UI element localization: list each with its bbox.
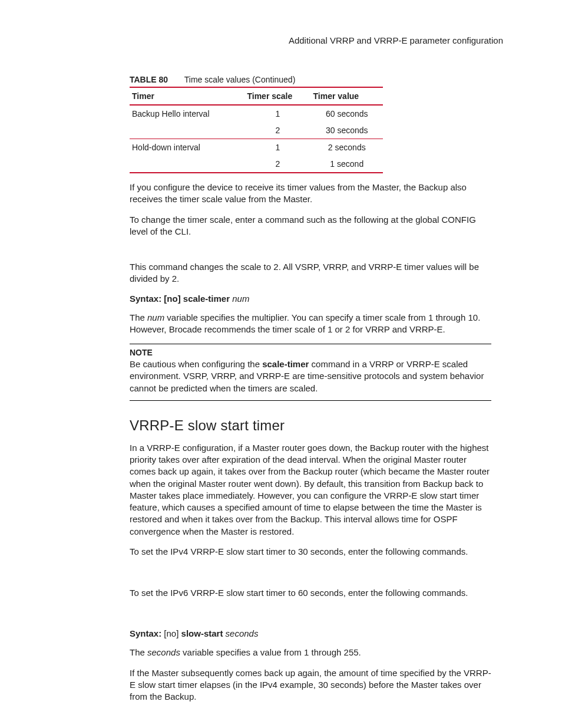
note-body: Be cautious when configuring the scale-t… xyxy=(130,358,491,394)
syntax-no: [no] xyxy=(164,628,181,638)
syntax-arg: num xyxy=(232,294,249,304)
paragraph: To change the timer scale, enter a comma… xyxy=(130,214,491,238)
syntax-prefix: Syntax: xyxy=(130,628,164,638)
table-label: TABLE 80 xyxy=(130,75,168,84)
running-header: Additional VRRP and VRRP-E parameter con… xyxy=(35,35,527,45)
text: The xyxy=(130,312,147,322)
syntax-line: Syntax: [no] slow-start seconds xyxy=(130,628,491,638)
paragraph: To set the IPv4 VRRP-E slow start timer … xyxy=(130,546,491,558)
note-block: NOTE Be cautious when configuring the sc… xyxy=(130,344,491,401)
cell-value: 2 seconds xyxy=(311,139,383,156)
table-row: Hold-down interval 1 2 seconds xyxy=(130,139,383,156)
table-row: 2 30 seconds xyxy=(130,122,383,139)
paragraph: The num variable specifies the multiplie… xyxy=(130,312,491,336)
section-heading: VRRP-E slow start timer xyxy=(130,417,491,434)
time-scale-table: Timer Timer scale Timer value Backup Hel… xyxy=(130,87,383,173)
text-italic: seconds xyxy=(147,647,180,657)
text-bold: scale-timer xyxy=(262,359,309,369)
text: The xyxy=(130,647,147,657)
table-row: Backup Hello interval 1 60 seconds xyxy=(130,105,383,122)
cell-timer xyxy=(130,122,244,139)
syntax-cmd: slow-start xyxy=(181,628,226,638)
text: Be cautious when configuring the xyxy=(130,359,262,369)
cell-value: 30 seconds xyxy=(311,122,383,139)
paragraph: If the Master subsequently comes back up… xyxy=(130,667,491,703)
syntax-arg: seconds xyxy=(226,628,259,638)
th-scale: Timer scale xyxy=(244,87,310,105)
table-title: Time scale values (Continued) xyxy=(184,75,296,84)
syntax-line: Syntax: [no] scale-timer num xyxy=(130,294,491,304)
paragraph: If you configure the device to receive i… xyxy=(130,182,491,206)
cell-timer xyxy=(130,156,244,173)
paragraph: In a VRRP-E configuration, if a Master r… xyxy=(130,442,491,538)
cell-scale: 1 xyxy=(244,105,310,122)
text-italic: num xyxy=(147,312,164,322)
text: variable specifies a value from 1 throug… xyxy=(180,647,361,657)
text: variable specifies the multiplier. You c… xyxy=(130,312,480,334)
syntax-label: Syntax: [no] scale-timer xyxy=(130,294,232,304)
table-row: 2 1 second xyxy=(130,156,383,173)
cell-scale: 2 xyxy=(244,122,310,139)
th-timer: Timer xyxy=(130,87,244,105)
cell-value: 60 seconds xyxy=(311,105,383,122)
paragraph: The seconds variable specifies a value f… xyxy=(130,647,491,658)
cell-timer: Hold-down interval xyxy=(130,139,244,156)
table-header-row: Timer Timer scale Timer value xyxy=(130,87,383,105)
cell-scale: 1 xyxy=(244,139,310,156)
main-content: TABLE 80 Time scale values (Continued) T… xyxy=(130,75,491,703)
note-label: NOTE xyxy=(130,348,491,357)
th-value: Timer value xyxy=(311,87,383,105)
document-page: Additional VRRP and VRRP-E parameter con… xyxy=(0,0,562,728)
cell-scale: 2 xyxy=(244,156,310,173)
cell-value: 1 second xyxy=(311,156,383,173)
cell-timer: Backup Hello interval xyxy=(130,105,244,122)
paragraph: To set the IPv6 VRRP-E slow start timer … xyxy=(130,587,491,599)
paragraph: This command changes the scale to 2. All… xyxy=(130,261,491,285)
table-caption: TABLE 80 Time scale values (Continued) xyxy=(130,75,491,84)
